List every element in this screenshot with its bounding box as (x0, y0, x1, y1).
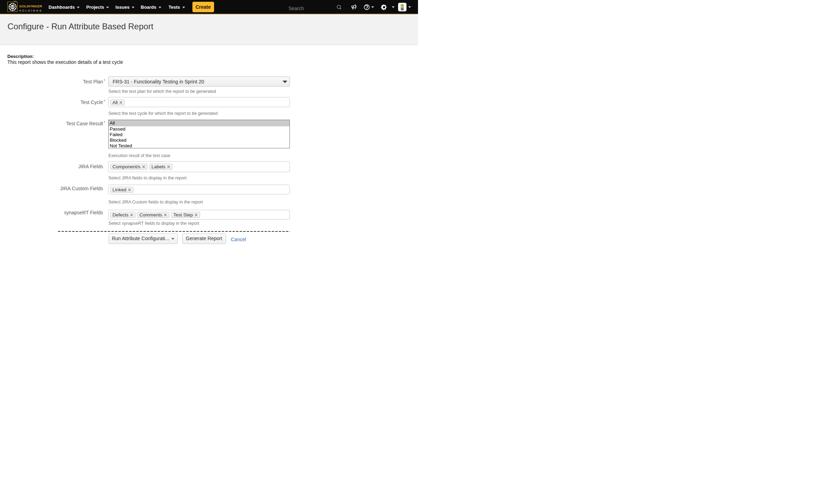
svg-text:Gf: Gf (11, 5, 14, 9)
